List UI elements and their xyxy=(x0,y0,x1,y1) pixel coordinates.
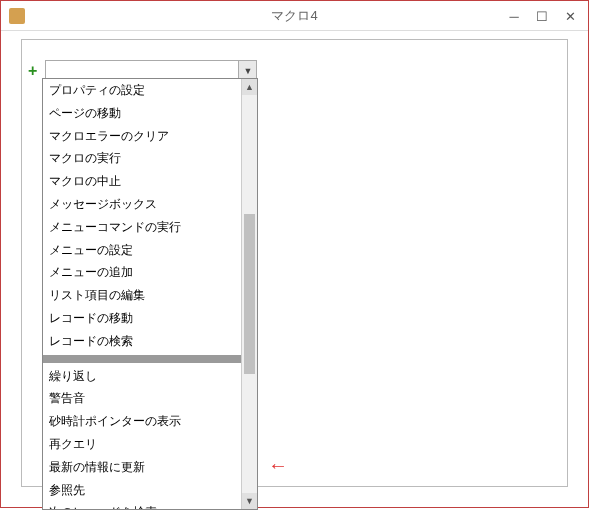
titlebar: マクロ4 ─ ☐ ✕ xyxy=(1,1,588,31)
dropdown-item[interactable]: リスト項目の編集 xyxy=(43,284,257,307)
dropdown-item[interactable]: ページの移動 xyxy=(43,102,257,125)
dropdown-item[interactable]: プロパティの設定 xyxy=(43,79,257,102)
app-icon xyxy=(9,8,25,24)
scroll-thumb[interactable] xyxy=(244,214,255,373)
maximize-button[interactable]: ☐ xyxy=(528,4,556,28)
scroll-track[interactable] xyxy=(242,95,257,493)
dropdown-item[interactable]: マクロの中止 xyxy=(43,170,257,193)
dropdown-item[interactable]: メニューコマンドの実行 xyxy=(43,216,257,239)
minimize-button[interactable]: ─ xyxy=(500,4,528,28)
dropdown-item[interactable]: メッセージボックス xyxy=(43,193,257,216)
annotation-arrow-icon: ← xyxy=(268,454,288,477)
dropdown-item[interactable]: 繰り返し xyxy=(43,365,257,388)
window-title: マクロ4 xyxy=(271,7,317,25)
add-icon[interactable]: + xyxy=(28,62,37,80)
dropdown-item[interactable]: レコードの検索 xyxy=(43,330,257,353)
dropdown-item[interactable]: マクロエラーのクリア xyxy=(43,125,257,148)
scroll-down-icon[interactable]: ▼ xyxy=(242,493,257,509)
list-gap-divider xyxy=(43,355,257,363)
dropdown-item[interactable]: メニューの設定 xyxy=(43,239,257,262)
action-dropdown: プロパティの設定ページの移動マクロエラーのクリアマクロの実行マクロの中止メッセー… xyxy=(42,78,258,510)
dropdown-list: プロパティの設定ページの移動マクロエラーのクリアマクロの実行マクロの中止メッセー… xyxy=(43,79,257,509)
dropdown-item[interactable]: レコードの移動 xyxy=(43,307,257,330)
close-button[interactable]: ✕ xyxy=(556,4,584,28)
dropdown-item[interactable]: 砂時計ポインターの表示 xyxy=(43,410,257,433)
dropdown-scrollbar: ▲ ▼ xyxy=(241,79,257,509)
dropdown-item[interactable]: メニューの追加 xyxy=(43,261,257,284)
dropdown-item[interactable]: 参照先 xyxy=(43,479,257,502)
dropdown-item[interactable]: 最新の情報に更新 xyxy=(43,456,257,479)
dropdown-item[interactable]: 警告音 xyxy=(43,387,257,410)
scroll-up-icon[interactable]: ▲ xyxy=(242,79,257,95)
dropdown-item[interactable]: マクロの実行 xyxy=(43,147,257,170)
window-controls: ─ ☐ ✕ xyxy=(500,1,584,31)
dropdown-item[interactable]: 次のレコードを検索 xyxy=(43,501,257,509)
dropdown-item[interactable]: 再クエリ xyxy=(43,433,257,456)
